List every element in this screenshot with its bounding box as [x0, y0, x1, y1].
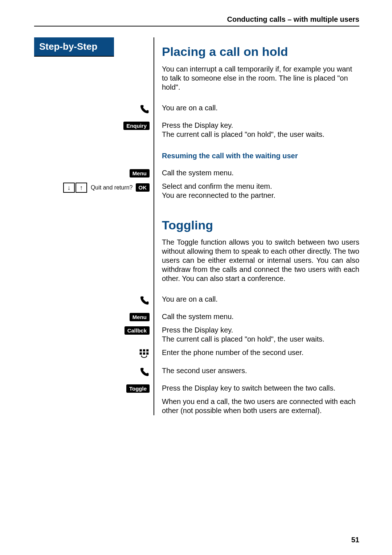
text-press-display-1b: The current call is placed "on hold", th…: [162, 130, 324, 138]
section-intro-toggling: The Toggle function allows you to switch…: [162, 238, 359, 283]
handset-icon: [139, 295, 150, 308]
text-press-display-2a: Press the Display key.: [162, 326, 233, 334]
softkey-toggle[interactable]: Toggle: [126, 384, 150, 393]
svg-rect-3: [140, 352, 142, 355]
step-by-step-header: Step-by-Step: [34, 37, 114, 57]
svg-rect-1: [143, 349, 145, 351]
section-title-hold: Placing a call on hold: [162, 44, 359, 60]
text-on-call-1: You are on a call.: [154, 103, 359, 113]
arrow-down-icon[interactable]: ↓: [63, 183, 75, 193]
handset-icon: [139, 367, 150, 379]
svg-rect-0: [140, 349, 142, 351]
text-second-answers: The second user answers.: [154, 366, 359, 375]
text-press-display-1a: Press the Display key.: [162, 121, 233, 129]
page-number: 51: [351, 536, 359, 544]
text-call-menu-1: Call the system menu.: [154, 168, 359, 177]
text-on-call-2: You are on a call.: [154, 295, 359, 304]
text-enter-number: Enter the phone number of the second use…: [154, 348, 359, 357]
dialpad-icon: [139, 349, 150, 362]
softkey-enquiry[interactable]: Enquiry: [123, 122, 150, 130]
page-header: Conducting calls – with multiple users: [34, 15, 359, 26]
text-end-call: When you end a call, the two users are c…: [154, 397, 359, 415]
svg-rect-2: [146, 349, 148, 351]
softkey-menu-2[interactable]: Menu: [130, 313, 150, 321]
section-intro-hold: You can interrupt a call temporarily if,…: [162, 65, 359, 92]
svg-rect-4: [143, 352, 145, 355]
softkey-callbck[interactable]: Callbck: [124, 326, 150, 335]
text-toggle: Press the Display key to switch between …: [154, 384, 359, 393]
text-select-confirm-a: Select and confirm the menu item.: [162, 182, 272, 190]
handset-icon: [139, 104, 150, 117]
softkey-ok[interactable]: OK: [136, 183, 150, 192]
arrow-up-icon[interactable]: ↑: [75, 183, 87, 193]
section-title-toggling: Toggling: [162, 217, 359, 233]
text-call-menu-2: Call the system menu.: [154, 312, 359, 321]
softkey-menu-1[interactable]: Menu: [130, 169, 150, 177]
column-divider: [154, 37, 154, 415]
text-press-display-2b: The current call is placed "on hold", th…: [162, 335, 324, 343]
text-select-confirm-b: You are reconnected to the partner.: [162, 191, 275, 199]
content-grid: Step-by-Step Placing a call on hold You …: [34, 37, 359, 415]
svg-rect-5: [146, 352, 148, 355]
menu-item-quit-return: Quit and return?: [91, 184, 133, 191]
subheading-resuming: Resuming the call with the waiting user: [162, 151, 359, 160]
